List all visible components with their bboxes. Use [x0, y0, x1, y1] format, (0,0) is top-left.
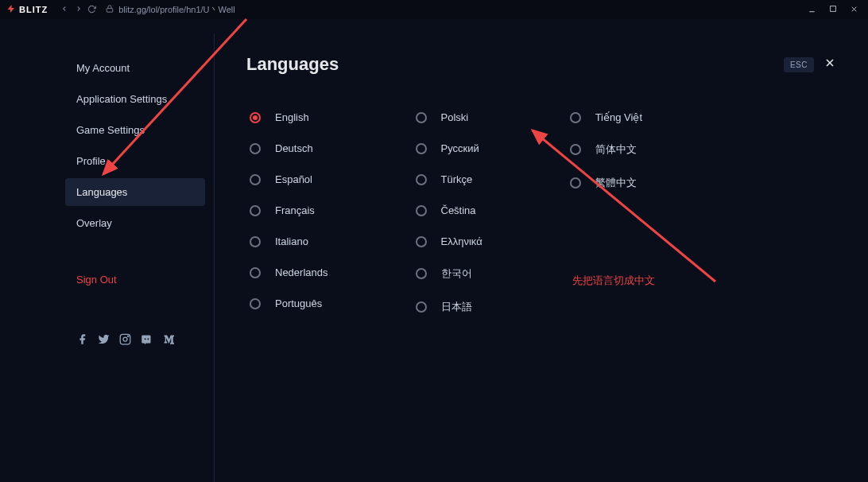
language-option[interactable]: Ελληνικά [416, 235, 482, 247]
close-icon[interactable] [823, 56, 836, 72]
radio-icon [570, 144, 581, 155]
radio-icon [416, 112, 427, 123]
medium-icon[interactable] [162, 333, 174, 348]
radio-icon [250, 236, 261, 247]
language-label: 简体中文 [595, 142, 637, 157]
language-option[interactable]: Polski [416, 111, 482, 123]
language-label: Français [275, 204, 315, 216]
sidebar-item-profile[interactable]: Profile [65, 147, 205, 175]
svg-point-6 [123, 337, 127, 341]
close-window-icon[interactable] [850, 5, 858, 15]
radio-icon [416, 205, 427, 216]
language-label: Ελληνικά [441, 235, 482, 247]
radio-icon [250, 298, 261, 309]
radio-icon [416, 143, 427, 154]
language-option[interactable]: 繁體中文 [570, 176, 642, 190]
language-option[interactable]: 简体中文 [570, 142, 642, 157]
language-col-1: EnglishDeutschEspañolFrançaisItalianoNed… [250, 111, 328, 314]
maximize-icon[interactable] [829, 5, 837, 15]
titlebar: BLITZ blitz.gg/lol/profile/hn1/U丶Well [0, 0, 868, 19]
language-option[interactable]: 한국어 [416, 266, 482, 281]
brand-text: BLITZ [19, 5, 48, 14]
radio-icon [570, 112, 581, 123]
radio-icon [250, 205, 261, 216]
radio-icon [250, 267, 261, 278]
facebook-icon[interactable] [76, 333, 88, 348]
svg-point-7 [128, 336, 129, 336]
reload-icon[interactable] [87, 5, 96, 15]
sidebar: My Account Application Settings Game Set… [0, 19, 215, 482]
language-option[interactable]: Čeština [416, 204, 482, 216]
language-label: 繁體中文 [595, 176, 637, 190]
language-label: Español [275, 173, 312, 185]
language-option[interactable]: Deutsch [250, 142, 328, 154]
radio-icon [416, 268, 427, 279]
language-option[interactable]: Türkçe [416, 173, 482, 185]
header-row: Languages ESC [246, 54, 836, 75]
url-area: blitz.gg/lol/profile/hn1/U丶Well [106, 4, 235, 16]
instagram-icon[interactable] [119, 333, 131, 348]
radio-icon [250, 143, 261, 154]
language-option[interactable]: Français [250, 204, 328, 216]
language-option[interactable]: Tiếng Việt [570, 111, 642, 123]
language-label: Polski [441, 111, 469, 123]
sidebar-item-overlay[interactable]: Overlay [65, 209, 205, 237]
language-option[interactable]: Русский [416, 142, 482, 154]
language-label: Deutsch [275, 142, 313, 154]
nav-forward-icon[interactable] [75, 5, 83, 14]
app-logo: BLITZ [6, 3, 48, 17]
radio-icon [416, 236, 427, 247]
esc-badge: ESC [784, 57, 814, 72]
language-label: 日本語 [441, 300, 472, 314]
language-label: Türkçe [441, 173, 473, 185]
radio-icon [416, 174, 427, 185]
minimize-icon[interactable] [808, 5, 816, 15]
language-label: Nederlands [275, 266, 328, 278]
page-title: Languages [246, 54, 339, 75]
language-label: Čeština [441, 204, 476, 216]
language-option[interactable]: 日本語 [416, 300, 482, 314]
main-panel: Languages ESC EnglishDeutschEspañolFranç… [215, 19, 868, 482]
language-label: Português [275, 297, 322, 309]
language-option[interactable]: Nederlands [250, 266, 328, 278]
lightning-icon [6, 3, 16, 17]
social-links [65, 322, 205, 360]
radio-icon [416, 301, 427, 313]
language-label: Русский [441, 142, 479, 154]
language-option[interactable]: Italiano [250, 235, 328, 247]
svg-rect-2 [831, 6, 836, 11]
radio-icon [570, 177, 581, 189]
language-option[interactable]: Español [250, 173, 328, 185]
lock-icon [106, 5, 114, 14]
nav-back-icon[interactable] [60, 5, 68, 14]
radio-icon [250, 112, 261, 123]
nav-arrows [60, 5, 83, 14]
window-controls [808, 5, 862, 15]
language-label: Italiano [275, 235, 308, 247]
sidebar-item-my-account[interactable]: My Account [65, 54, 205, 82]
sign-out-button[interactable]: Sign Out [65, 266, 205, 293]
language-col-2: PolskiРусскийTürkçeČeštinaΕλληνικά한국어日本語 [416, 111, 482, 314]
sidebar-item-languages[interactable]: Languages [65, 178, 205, 206]
radio-icon [250, 174, 261, 185]
sidebar-item-game-settings[interactable]: Game Settings [65, 116, 205, 144]
language-label: Tiếng Việt [595, 111, 642, 123]
twitter-icon[interactable] [98, 333, 110, 348]
svg-rect-0 [107, 9, 113, 13]
language-option[interactable]: Português [250, 297, 328, 309]
url-text: blitz.gg/lol/profile/hn1/U丶Well [118, 4, 235, 16]
discord-icon[interactable] [141, 333, 153, 348]
language-col-3: Tiếng Việt简体中文繁體中文 [570, 111, 642, 314]
language-label: 한국어 [441, 266, 472, 281]
language-option[interactable]: English [250, 111, 328, 123]
language-columns: EnglishDeutschEspañolFrançaisItalianoNed… [250, 111, 836, 314]
sidebar-item-application-settings[interactable]: Application Settings [65, 85, 205, 113]
app-body: My Account Application Settings Game Set… [0, 19, 868, 482]
language-label: English [275, 111, 309, 123]
